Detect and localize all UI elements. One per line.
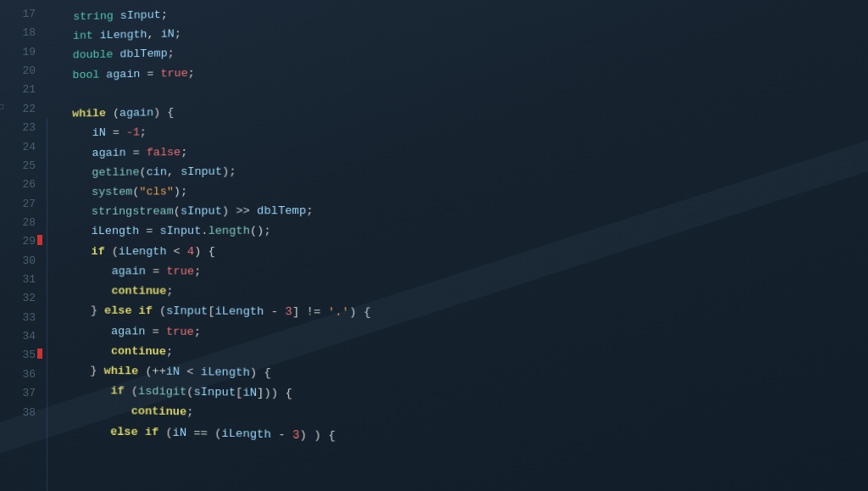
line-num-21: 21 xyxy=(0,81,36,99)
line-num-23: 23 xyxy=(0,119,36,137)
line-num-26: 26 xyxy=(0,176,36,194)
line-num-24: 24 xyxy=(0,138,36,157)
line-num-28: 28 xyxy=(0,214,36,232)
line-num-19: 19 xyxy=(0,43,36,62)
line-num-33: 33 xyxy=(0,309,36,327)
line-num-20: 20 xyxy=(0,62,36,81)
line-num-31: 31 xyxy=(0,271,36,289)
line-num-30: 30 xyxy=(0,252,36,271)
line-num-18: 18 xyxy=(0,24,36,42)
line-num-36: 36 xyxy=(0,365,36,384)
code-line-29: if (iLength < 4) { xyxy=(51,241,868,262)
line-num-29: 29 xyxy=(0,232,36,251)
line-num-27: 27 xyxy=(0,195,36,214)
line-num-32: 32 xyxy=(0,289,36,308)
code-line-28: iLength = sInput.length(); xyxy=(51,220,868,242)
line-num-22: 22 xyxy=(0,100,36,119)
code-content: string sInput; int iLength, iN; double d… xyxy=(42,0,868,491)
code-editor: 17 18 19 20 21 22 23 24 25 26 27 28 29 3… xyxy=(0,0,868,491)
line-num-38: 38 xyxy=(0,404,36,422)
line-num-37: 37 xyxy=(0,384,36,403)
line-num-25: 25 xyxy=(0,157,36,176)
code-line-27: stringstream(sInput) >> dblTemp; xyxy=(51,198,868,222)
line-numbers: 17 18 19 20 21 22 23 24 25 26 27 28 29 3… xyxy=(0,0,44,491)
line-num-17: 17 xyxy=(0,5,36,24)
line-num-35: 35 xyxy=(0,346,36,365)
line-num-34: 34 xyxy=(0,327,36,346)
